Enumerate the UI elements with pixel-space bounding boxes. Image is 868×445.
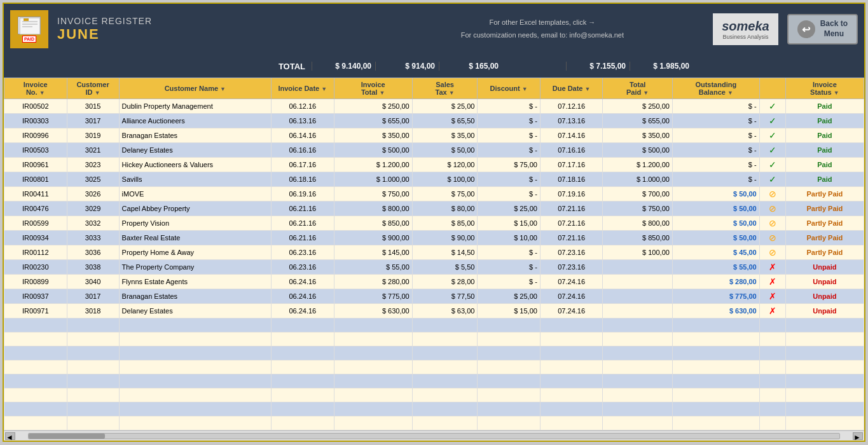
brand-name: someka: [722, 18, 769, 34]
title-top: INVOICE REGISTER: [57, 16, 381, 26]
cell-total-paid: $ 750,00: [603, 202, 672, 216]
total-outstanding: $ 1.985,00: [630, 62, 693, 71]
table-row: IR00996 3019 Branagan Estates 06.14.16 $…: [4, 128, 864, 143]
col-header-sales-tax[interactable]: SalesTax ▼: [412, 78, 478, 99]
col-header-inv-date[interactable]: Invoice Date ▼: [272, 78, 334, 99]
header: PAID INVOICE REGISTER JUNE For other Exc…: [4, 4, 864, 55]
svg-rect-0: [20, 18, 40, 34]
cell-cust-name: iMOVE: [119, 187, 271, 202]
cell-cust-name: Branagan Estates: [119, 289, 271, 304]
cell-outstanding: $ 55,00: [672, 260, 759, 275]
cell-empty: [672, 346, 759, 360]
cell-inv-no: IR00502: [4, 99, 67, 114]
cell-empty: [672, 388, 759, 402]
cell-empty: [272, 374, 334, 388]
cell-sales-tax: $ 63,00: [412, 304, 478, 318]
cell-outstanding: $ 630,00: [672, 304, 759, 318]
brand-sub: Business Analysis: [722, 34, 769, 41]
cell-inv-total: $ 750,00: [334, 187, 412, 202]
cell-status-icon: ⊘: [759, 231, 785, 245]
col-header-discount[interactable]: Discount ▼: [478, 78, 541, 99]
scroll-left-btn[interactable]: ◄: [5, 432, 15, 440]
col-header-inv-total[interactable]: InvoiceTotal ▼: [334, 78, 412, 99]
cell-total-paid: [603, 289, 672, 304]
cell-inv-status: Paid: [785, 128, 864, 143]
scrollbar-area[interactable]: ◄ ►: [4, 430, 864, 441]
cell-total-paid: $ 700,00: [603, 187, 672, 202]
title-bottom: JUNE: [57, 26, 381, 43]
invoice-table: InvoiceNo. ▼ CustomerID ▼ Customer Name …: [4, 78, 864, 430]
cell-empty: [272, 416, 334, 430]
col-header-outstanding[interactable]: OutstandingBalance ▼: [672, 78, 759, 99]
cell-cust-id: 3015: [67, 99, 119, 114]
cell-status-icon: ✗: [759, 289, 785, 304]
table-row-empty: [4, 318, 864, 332]
svg-rect-4: [24, 18, 29, 21]
cell-outstanding: $ -: [672, 158, 759, 172]
cell-empty: [672, 402, 759, 416]
cell-outstanding: $ 775,00: [672, 289, 759, 304]
cell-empty: [603, 388, 672, 402]
col-header-cust-name[interactable]: Customer Name ▼: [119, 78, 271, 99]
cell-cust-id: 3029: [67, 202, 119, 216]
cell-empty: [412, 332, 478, 346]
scroll-right-btn[interactable]: ►: [853, 432, 863, 440]
cell-inv-total: $ 55,00: [334, 260, 412, 275]
table-row: IR00801 3025 Savills 06.18.16 $ 1.000,00…: [4, 172, 864, 187]
cell-inv-status: Partly Paid: [785, 187, 864, 202]
table-row: IR00961 3023 Hickey Auctioneers & Valuer…: [4, 158, 864, 172]
cell-total-paid: $ 350,00: [603, 128, 672, 143]
cell-empty: [4, 360, 67, 374]
cell-due-date: 07.23.16: [540, 260, 603, 275]
cell-empty: [759, 402, 785, 416]
cell-outstanding: $ 50,00: [672, 216, 759, 231]
cell-cust-name: The Property Company: [119, 260, 271, 275]
cell-due-date: 07.13.16: [540, 114, 603, 128]
cell-sales-tax: $ 100,00: [412, 172, 478, 187]
table-row: IR00599 3032 Property Vision 06.21.16 $ …: [4, 216, 864, 231]
cell-inv-date: 06.21.16: [272, 231, 334, 245]
table-row-empty: [4, 332, 864, 346]
title-block: INVOICE REGISTER JUNE: [57, 16, 381, 43]
back-arrow-icon: ↩: [797, 20, 815, 38]
cell-empty: [272, 332, 334, 346]
back-to-menu-button[interactable]: ↩ Back toMenu: [787, 14, 858, 44]
col-header-inv-no[interactable]: InvoiceNo. ▼: [4, 78, 67, 99]
cell-inv-date: 06.21.16: [272, 202, 334, 216]
cell-cust-id: 3019: [67, 128, 119, 143]
scrollbar-thumb[interactable]: [29, 434, 105, 439]
col-header-total-paid[interactable]: TotalPaid ▼: [603, 78, 672, 99]
cell-inv-total: $ 800,00: [334, 202, 412, 216]
cell-sales-tax: $ 80,00: [412, 202, 478, 216]
table-row: IR00411 3026 iMOVE 06.19.16 $ 750,00 $ 7…: [4, 187, 864, 202]
col-header-due-date[interactable]: Due Date ▼: [540, 78, 603, 99]
cell-inv-status: Partly Paid: [785, 245, 864, 260]
cell-empty: [603, 360, 672, 374]
cell-empty: [412, 388, 478, 402]
totals-row: TOTAL $ 9.140,00 $ 914,00 $ 165,00 $ 7.1…: [4, 55, 864, 78]
horizontal-scrollbar[interactable]: [28, 433, 840, 439]
cell-inv-date: 06.24.16: [272, 289, 334, 304]
cell-inv-status: Unpaid: [785, 289, 864, 304]
col-header-inv-status[interactable]: InvoiceStatus ▼: [785, 78, 864, 99]
cell-inv-status: Paid: [785, 158, 864, 172]
cell-discount: $ 10,00: [478, 231, 541, 245]
cell-discount: $ 25,00: [478, 289, 541, 304]
logo-box: PAID: [10, 10, 48, 48]
cell-empty: [603, 346, 672, 360]
cell-empty: [785, 416, 864, 430]
cell-empty: [540, 346, 603, 360]
cell-cust-name: Hickey Auctioneers & Valuers: [119, 158, 271, 172]
cell-empty: [272, 388, 334, 402]
cell-inv-no: IR00899: [4, 275, 67, 289]
cell-due-date: 07.23.16: [540, 245, 603, 260]
cell-inv-no: IR00996: [4, 128, 67, 143]
cell-inv-no: IR00303: [4, 114, 67, 128]
cell-outstanding: $ 50,00: [672, 231, 759, 245]
cell-inv-status: Paid: [785, 99, 864, 114]
col-header-cust-id[interactable]: CustomerID ▼: [67, 78, 119, 99]
cell-empty: [334, 332, 412, 346]
cell-empty: [119, 374, 271, 388]
cell-empty: [4, 402, 67, 416]
invoice-icon: [18, 17, 41, 34]
